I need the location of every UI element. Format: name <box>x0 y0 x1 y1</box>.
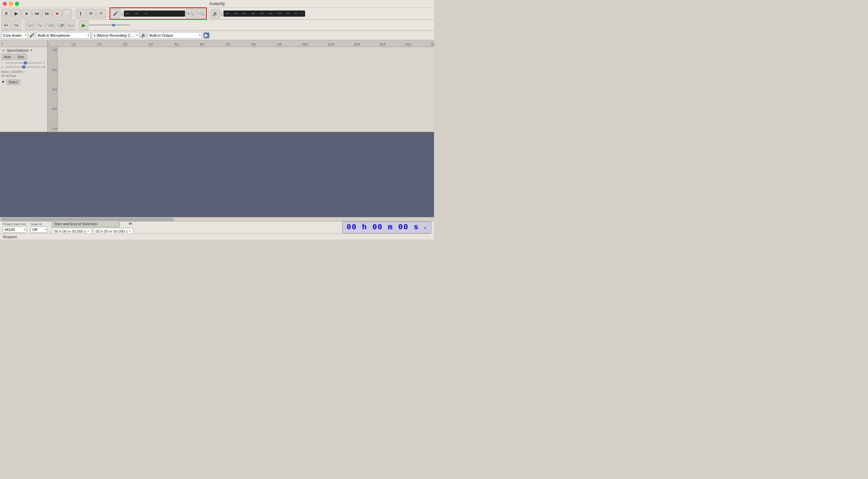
speed-thumb[interactable] <box>112 24 115 27</box>
zoom-in-tool[interactable]: 🔍+ <box>25 20 34 30</box>
snap-section: Snap-To Off <box>31 222 48 233</box>
ruler-start: 0 <box>1 42 3 45</box>
channel-selector[interactable]: 1 (Mono) Recording C... <box>92 32 139 39</box>
ruler-line-8.0 <box>253 45 254 47</box>
meter-tick-out: -54 <box>225 12 229 15</box>
meter-tick: -42 <box>144 12 148 15</box>
scale-0.5: 0.5 <box>52 68 57 71</box>
loop-button[interactable]: ⬜ <box>63 9 72 18</box>
separator-1 <box>74 10 74 18</box>
zoom-out-tool[interactable]: 🔍- <box>35 20 45 30</box>
draw-tool-button[interactable]: ✏ <box>96 9 106 18</box>
pan-slider[interactable] <box>5 66 42 68</box>
playback-speed-slider[interactable] <box>89 24 130 26</box>
ruler-line-14.0 <box>408 45 408 47</box>
play-button[interactable]: ▶ <box>12 9 21 18</box>
pan-row: L R <box>1 65 46 69</box>
track-expand-button[interactable]: ▼ <box>30 49 33 52</box>
end-time-dropdown[interactable]: ▼ <box>128 230 131 233</box>
zoom-out-button[interactable]: −🔍 <box>196 9 205 18</box>
select-tool-button[interactable]: I <box>76 9 85 18</box>
mute-button[interactable]: Mute <box>1 54 14 60</box>
close-button[interactable] <box>3 2 7 6</box>
volume-row: − + <box>1 61 46 65</box>
meter-tick: -48 <box>134 12 138 15</box>
playback-play-button[interactable]: ▶ <box>79 20 88 30</box>
zoom-sel-tool[interactable]: 🔍◻ <box>45 20 55 30</box>
transport-toolbar: ⏸ ▶ ■ ⏮ ⏭ ● ⬜ I ✛ ✏ 🎤 L R -54 -48 <box>0 7 434 20</box>
mic-selector[interactable]: Built-in Microphone <box>36 32 90 39</box>
mic-button[interactable]: 🎤 <box>111 9 120 18</box>
lr-indicator: L R <box>121 11 123 16</box>
track-close-button[interactable]: ✕ <box>1 48 5 52</box>
empty-track-area[interactable] <box>0 132 434 217</box>
host-selector[interactable]: Core Audio <box>1 32 28 39</box>
tracks-container: ✕ Sprechstimm ▼ Mute Solo − + L R Mono, … <box>0 47 434 132</box>
end-time-value: 00 h 00 m 00.000 s <box>96 229 128 233</box>
meter-tick-out: -6 <box>294 12 297 15</box>
maximize-button[interactable] <box>15 2 19 6</box>
track-info-hz: Mono, 44100Hz <box>1 70 46 73</box>
track-info-bit: 32-bit float <box>1 74 46 78</box>
ruler-line-15.0 <box>434 45 434 47</box>
start-time-dropdown[interactable]: ▼ <box>87 230 89 233</box>
zoom-in-button[interactable]: +🔍 <box>186 9 195 18</box>
output-selector-wrapper: Built-in Output <box>148 32 202 39</box>
undo-button[interactable]: ↩ <box>1 20 11 30</box>
volume-thumb[interactable] <box>24 61 27 65</box>
vol-plus: + <box>43 61 46 65</box>
output-selector[interactable]: Built-in Output <box>148 32 202 39</box>
edit-toolbar: ↩ ↪ 🔍+ 🔍- 🔍◻ 🔍⊞ 🔍↔ ▶ <box>0 20 434 31</box>
scale-1.0: 1.0 <box>52 48 57 52</box>
zoom-fit-tool[interactable]: 🔍⊞ <box>55 20 65 30</box>
select-tool-icon: I <box>80 11 81 16</box>
titlebar: Audacity <box>0 0 434 7</box>
big-time-dropdown[interactable]: ▼ <box>424 227 427 230</box>
meter-tick-out: -30 <box>260 12 264 15</box>
output-extra-button[interactable]: ▶ <box>203 32 210 38</box>
separator-5 <box>77 21 77 29</box>
vol-minus: − <box>1 61 4 65</box>
select-button[interactable]: Select <box>6 80 20 85</box>
meter-tick-out: -36 <box>251 12 255 15</box>
multi-tool-button[interactable]: ✛ <box>86 9 96 18</box>
meter-tick: -54 <box>125 12 129 15</box>
separator-2 <box>107 10 108 18</box>
mic-selector-wrapper: Built-in Microphone <box>36 32 90 39</box>
channel-selector-wrapper: 1 (Mono) Recording C... <box>92 32 139 39</box>
volume-slider[interactable] <box>5 62 42 64</box>
selection-type-select[interactable]: Start and End of Selection <box>52 220 120 227</box>
ruler-line-11.0 <box>331 45 331 47</box>
waveform-content[interactable] <box>58 47 434 132</box>
minimize-button[interactable] <box>9 2 13 6</box>
redo-button[interactable]: ↪ <box>12 20 21 30</box>
snap-select[interactable]: Off <box>31 227 48 233</box>
meter-tick-out: -24 <box>268 12 272 15</box>
window-controls <box>3 2 19 6</box>
pan-right: R <box>43 65 46 69</box>
device-row: Core Audio 🎤 Built-in Microphone 1 (Mono… <box>0 31 434 40</box>
collapse-icon[interactable]: ▼ <box>1 80 5 84</box>
ruler-line-10.0 <box>305 45 305 47</box>
meter-tick-out: -42 <box>242 12 246 15</box>
input-meter[interactable]: -54 -48 -42 <box>124 11 185 17</box>
record-button[interactable]: ● <box>52 9 62 18</box>
project-rate-select[interactable]: 44100 <box>3 227 27 233</box>
big-time-value: 00 h 00 m 00 s <box>347 223 419 232</box>
solo-button[interactable]: Solo <box>15 54 27 60</box>
ruler-content: 01.02.03.04.05.06.07.08.09.010.011.012.0… <box>48 40 434 47</box>
bottom-bar: Project Rate (Hz) 44100 Snap-To Off Star… <box>0 221 434 233</box>
output-meter[interactable]: -54 -48 -42 -36 -30 -24 -18 -12 -6 0 <box>223 11 305 17</box>
skip-fwd-button[interactable]: ⏭ <box>42 9 52 18</box>
status-text: Stopped. <box>3 235 18 239</box>
separator-3 <box>208 10 209 18</box>
scale--1.0: -1.0 <box>51 127 57 130</box>
selection-dropdown-wrapper: Start and End of Selection <box>52 220 133 227</box>
speaker-button[interactable]: 🔊 <box>211 9 220 18</box>
pan-thumb[interactable] <box>22 65 26 69</box>
pause-button[interactable]: ⏸ <box>1 9 11 18</box>
stop-button[interactable]: ■ <box>22 9 31 18</box>
skip-back-button[interactable]: ⏮ <box>32 9 41 18</box>
zoom-toggle-tool[interactable]: 🔍↔ <box>66 20 75 30</box>
scale-0.0: 0.0 <box>52 88 57 91</box>
